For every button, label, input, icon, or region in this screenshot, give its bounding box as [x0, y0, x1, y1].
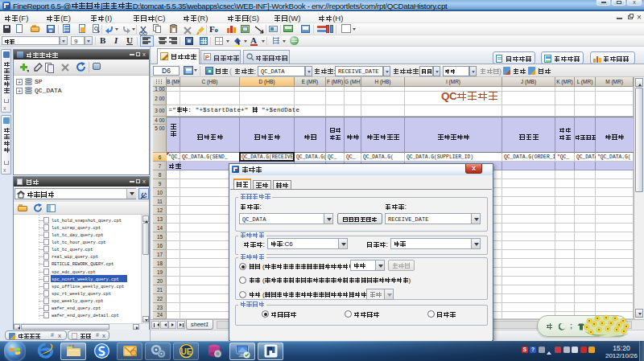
svg-text:UE: UE [180, 347, 192, 356]
